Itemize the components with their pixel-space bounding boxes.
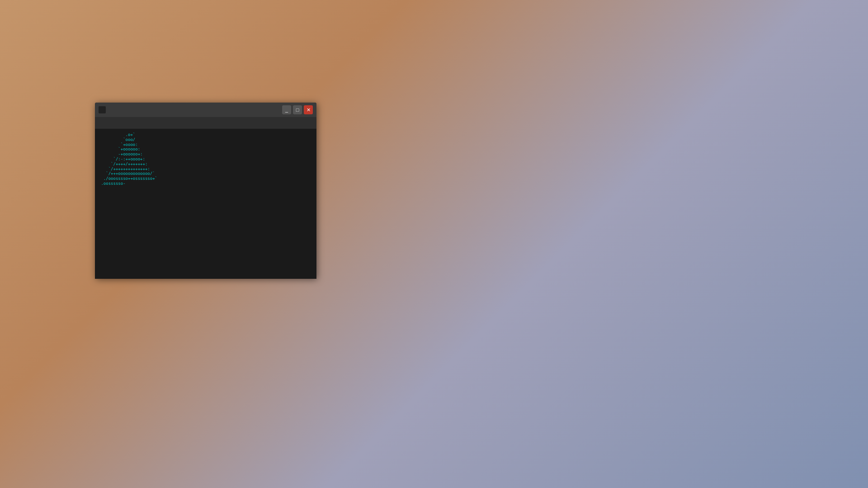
konsole-menu-edit[interactable]	[106, 122, 113, 124]
konsole-close-button[interactable]: ✕	[304, 105, 313, 114]
konsole-maximize-button[interactable]: □	[293, 105, 302, 114]
konsole-menu-bar	[95, 117, 316, 129]
konsole-terminal-content[interactable]: .o+` `ooo/ `+oooo: `+oooooo: -+oooooo+: …	[95, 129, 316, 279]
konsole-titlebar: _ □ ✕	[95, 103, 316, 117]
neofetch-ascii: .o+` `ooo/ `+oooo: `+oooooo: -+oooooo+: …	[99, 132, 180, 186]
konsole-window: _ □ ✕ .o+` `ooo/ `+oooo: `+oooooo:	[95, 103, 316, 279]
konsole-menu-bookmarks[interactable]	[122, 122, 129, 124]
konsole-window-controls: _ □ ✕	[282, 105, 313, 114]
konsole-menu-file[interactable]	[98, 122, 105, 124]
konsole-app-icon	[99, 106, 106, 113]
konsole-menu-view[interactable]	[114, 122, 121, 124]
konsole-menu-help[interactable]	[138, 122, 146, 124]
desktop: _ □ ✕ .o+` `ooo/ `+oooo: `+oooooo:	[0, 0, 868, 488]
konsole-menu-settings[interactable]	[130, 122, 137, 124]
konsole-minimize-button[interactable]: _	[282, 105, 291, 114]
